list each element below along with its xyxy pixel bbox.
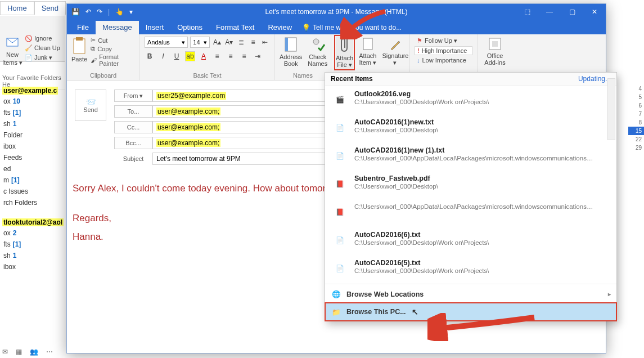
menu-insert[interactable]: Insert: [139, 21, 171, 34]
menu-bar: File Message Insert Options Format Text …: [67, 20, 606, 34]
calendar-nav-icon[interactable]: ▦: [16, 348, 22, 356]
new-items-button[interactable]: New Items ▾: [2, 35, 22, 67]
file-type-icon: 🎬: [332, 90, 348, 109]
account-2[interactable]: tlooktutorial2@aol: [2, 218, 64, 226]
close-button[interactable]: ✕: [583, 4, 606, 20]
tell-me-search[interactable]: 💡 Tell me what you want to do...: [302, 24, 402, 34]
touch-icon[interactable]: 👆: [115, 8, 124, 16]
address-book-button[interactable]: Address Book: [280, 37, 302, 67]
outdent-button[interactable]: ⇤: [260, 37, 270, 47]
junk-button[interactable]: 📄 Junk ▾: [25, 53, 60, 62]
recent-file-item[interactable]: 🎬Outlook2016.vegC:\Users\xworl_000\Deskt…: [325, 86, 616, 114]
ignore-button[interactable]: 🚫 Ignore: [25, 34, 60, 43]
recent-file-item[interactable]: 📄AutoCAD2016(6).txtC:\Users\xworl_000\De…: [325, 226, 616, 254]
to-button[interactable]: To...: [114, 105, 152, 118]
nav-folder-row[interactable]: ibox: [0, 261, 65, 272]
office-addins-button[interactable]: Office Add-ins: [482, 37, 508, 66]
recent-file-item[interactable]: 📄AutoCAD2016(1)new.txtC:\Users\xworl_000…: [325, 114, 616, 142]
format-painter-button[interactable]: 🖌Format Painter: [91, 53, 135, 67]
nav-folder-row[interactable]: Folder: [0, 129, 65, 141]
signature-button[interactable]: Signature ▾: [382, 37, 408, 69]
recent-file-item[interactable]: 📄AutoCAD2016(1)new (1).txtC:\Users\xworl…: [325, 142, 616, 170]
folder-icon: 📁: [332, 308, 341, 316]
save-icon[interactable]: 💾: [71, 8, 80, 16]
minimize-button[interactable]: —: [538, 4, 561, 20]
file-type-icon: 📕: [332, 174, 348, 194]
nav-folder-row[interactable]: sh1: [0, 250, 65, 261]
menu-file[interactable]: File: [70, 21, 96, 34]
menu-review[interactable]: Review: [261, 21, 299, 34]
nav-folder-row[interactable]: Feeds: [0, 152, 65, 163]
recent-file-item[interactable]: 📕Subentro_Fastweb.pdfC:\Users\xworl_000\…: [325, 170, 616, 198]
svg-rect-1: [74, 39, 85, 53]
grow-font-button[interactable]: A▴: [212, 37, 222, 47]
font-size-select[interactable]: 14▾: [190, 37, 210, 48]
more-nav-icon[interactable]: ⋯: [46, 348, 53, 356]
cc-button[interactable]: Cc...: [114, 121, 152, 133]
cleanup-button[interactable]: 🧹 Clean Up: [25, 43, 60, 53]
italic-button[interactable]: I: [158, 51, 168, 61]
send-button[interactable]: 📨 Send: [75, 90, 106, 121]
nav-folder-row[interactable]: ox2: [0, 227, 65, 239]
nav-folder-row[interactable]: fts[1]: [0, 107, 65, 118]
nav-folder-row[interactable]: fts[1]: [0, 239, 65, 250]
redo-icon[interactable]: ↷: [97, 8, 102, 16]
attach-file-button[interactable]: Attach File ▾: [336, 37, 353, 69]
browse-web-locations[interactable]: 🌐 Browse Web Locations ▸: [325, 285, 616, 303]
bcc-button[interactable]: Bcc...: [114, 137, 152, 149]
nav-folder-row[interactable]: rch Folders: [0, 197, 65, 208]
chevron-down-icon: ▾: [204, 39, 207, 46]
check-names-button[interactable]: Check Names: [308, 37, 327, 67]
nav-folder-row[interactable]: m[1]: [0, 174, 65, 186]
font-color-button[interactable]: A: [199, 51, 209, 61]
undo-icon[interactable]: ↶: [85, 8, 91, 16]
menu-options[interactable]: Options: [170, 21, 209, 34]
qat-sep: |: [108, 8, 110, 16]
recent-file-item[interactable]: 📄AutoCAD2016(5).txtC:\Users\xworl_000\De…: [325, 254, 616, 283]
menu-format-text[interactable]: Format Text: [209, 21, 261, 34]
nav-folder-row[interactable]: sh1: [0, 118, 65, 129]
recent-items-label: Recent Items: [331, 75, 373, 83]
recent-file-item[interactable]: 📕C:\Users\xworl_000\AppData\Local\Packag…: [325, 198, 616, 226]
send-icon: 📨: [86, 97, 96, 106]
paste-button[interactable]: Paste: [71, 37, 87, 67]
shrink-font-button[interactable]: A▾: [224, 37, 234, 47]
copy-button[interactable]: ⧉Copy: [91, 45, 135, 52]
attach-item-button[interactable]: Attach Item ▾: [359, 37, 376, 69]
main-tab-send[interactable]: Send: [34, 1, 66, 15]
file-type-icon: 📄: [332, 231, 348, 250]
maximize-button[interactable]: ▢: [561, 4, 583, 20]
low-importance-button[interactable]: ↓Low Importance: [415, 56, 472, 64]
align-right-button[interactable]: ≡: [239, 51, 249, 61]
from-button[interactable]: From ▾: [114, 90, 152, 102]
nav-folder-row[interactable]: ibox: [0, 141, 65, 152]
align-center-button[interactable]: ≡: [226, 51, 236, 61]
font-name-select[interactable]: Andalus▾: [145, 37, 188, 48]
highlight-button[interactable]: ab: [185, 51, 195, 61]
browse-this-pc[interactable]: 📁 Browse This PC... ↖: [325, 303, 616, 321]
account-1[interactable]: user@example.c: [2, 87, 58, 95]
group-clipboard: Clipboard: [71, 72, 135, 79]
qat-dropdown-icon[interactable]: ▾: [129, 8, 133, 16]
scrollbar[interactable]: [607, 78, 615, 140]
align-left-button[interactable]: ≡: [212, 51, 222, 61]
main-tab-home[interactable]: Home: [0, 1, 34, 15]
ribbon-options-icon[interactable]: ⬚: [516, 4, 538, 20]
mail-nav-icon[interactable]: ✉: [2, 348, 8, 356]
nav-folder-row[interactable]: ox10: [0, 96, 65, 107]
nav-folder-row[interactable]: c Issues: [0, 186, 65, 197]
cut-button[interactable]: ✂Cut: [91, 37, 135, 44]
menu-message[interactable]: Message: [96, 21, 139, 34]
people-nav-icon[interactable]: 👥: [30, 348, 38, 356]
high-importance-button[interactable]: !High Importance: [415, 46, 472, 55]
nav-folder-row[interactable]: ed: [0, 163, 65, 174]
flag-icon: ⚑: [417, 37, 422, 44]
follow-up-button[interactable]: ⚑Follow Up ▾: [415, 37, 472, 45]
bold-button[interactable]: B: [145, 51, 155, 61]
numbering-button[interactable]: ≡: [248, 37, 258, 47]
bullets-button[interactable]: ≣: [236, 37, 246, 47]
indent-button[interactable]: ⇥: [253, 51, 263, 61]
file-type-icon: 📄: [332, 118, 348, 137]
folder-nav-pane: user@example.c ox10fts[1]sh1FolderiboxFe…: [0, 84, 65, 272]
underline-button[interactable]: U: [172, 51, 182, 61]
